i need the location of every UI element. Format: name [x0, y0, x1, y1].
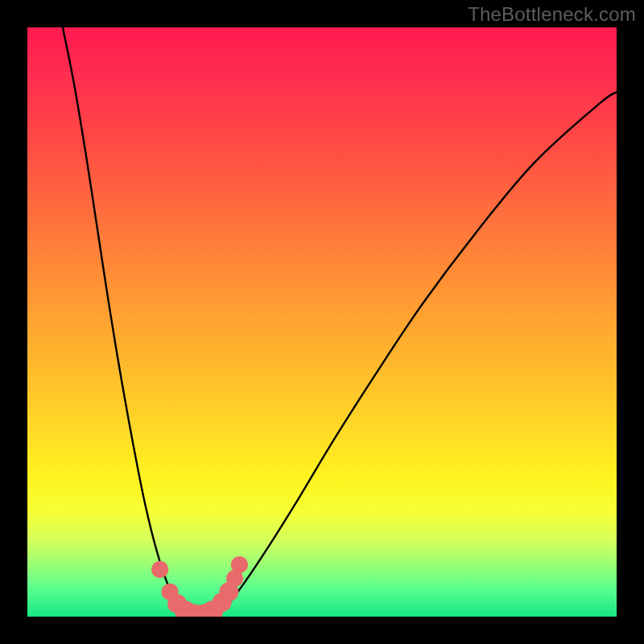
right-branch-path — [216, 93, 617, 617]
chart-stage: TheBottleneck.com — [0, 0, 644, 644]
left-branch-path — [63, 27, 187, 617]
marker-group — [151, 556, 248, 617]
curve-layer — [27, 27, 617, 617]
plot-area — [27, 27, 617, 617]
watermark-text: TheBottleneck.com — [468, 3, 636, 26]
marker-dot — [231, 556, 248, 573]
marker-dot — [151, 561, 168, 578]
